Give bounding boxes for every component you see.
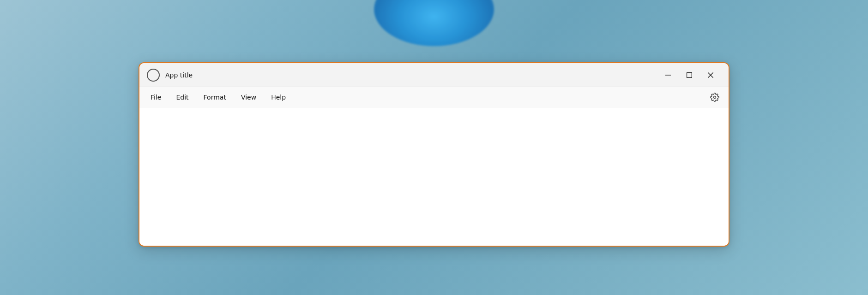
maximize-button[interactable] bbox=[679, 68, 700, 83]
menu-item-help[interactable]: Help bbox=[264, 91, 293, 104]
menu-item-file[interactable]: File bbox=[143, 91, 169, 104]
menu-bar: File Edit Format View Help bbox=[139, 87, 729, 107]
menu-item-format[interactable]: Format bbox=[196, 91, 234, 104]
svg-rect-0 bbox=[665, 75, 671, 75]
menu-item-edit[interactable]: Edit bbox=[169, 91, 196, 104]
settings-button[interactable] bbox=[706, 89, 723, 106]
window-controls bbox=[657, 68, 721, 83]
app-window: App title bbox=[139, 62, 729, 247]
menu-item-view[interactable]: View bbox=[234, 91, 264, 104]
close-button[interactable] bbox=[700, 68, 721, 83]
content-area bbox=[139, 107, 729, 246]
app-title: App title bbox=[165, 71, 657, 79]
window-container: App title bbox=[139, 62, 729, 247]
app-icon bbox=[147, 69, 160, 82]
svg-point-4 bbox=[714, 96, 716, 98]
svg-rect-1 bbox=[687, 72, 692, 77]
title-bar: App title bbox=[139, 63, 729, 87]
minimize-button[interactable] bbox=[657, 68, 679, 83]
